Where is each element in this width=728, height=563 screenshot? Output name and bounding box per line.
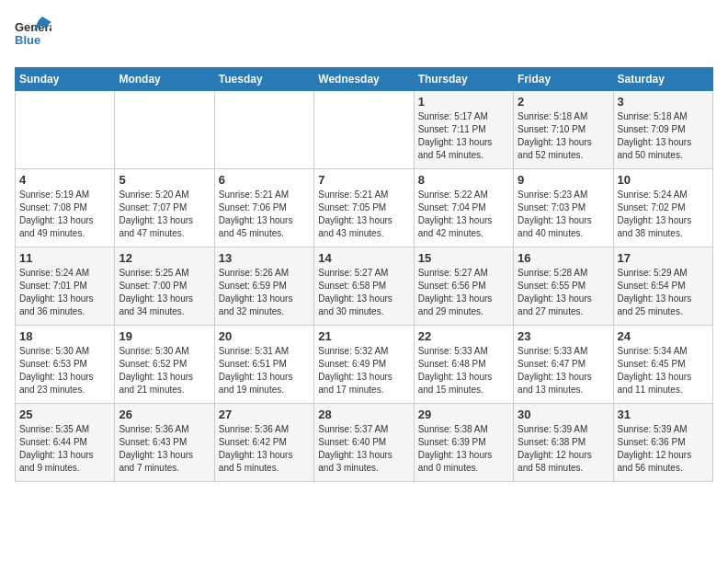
cell-info: and 11 minutes. (618, 384, 709, 396)
day-number: 27 (219, 408, 310, 421)
cell-info: Sunset: 7:02 PM (618, 201, 709, 214)
cell-info: Sunset: 7:09 PM (618, 123, 709, 136)
cell-info: and 9 minutes. (19, 462, 110, 475)
day-number: 14 (318, 251, 409, 265)
cell-info: Daylight: 13 hours (219, 371, 310, 384)
day-number: 28 (318, 408, 409, 421)
calendar-cell: 18Sunrise: 5:30 AMSunset: 6:53 PMDayligh… (16, 326, 115, 404)
day-number: 5 (119, 173, 210, 187)
cell-info: and 13 minutes. (518, 384, 609, 396)
svg-text:Blue: Blue (15, 33, 40, 47)
week-row-1: 1Sunrise: 5:17 AMSunset: 7:11 PMDaylight… (16, 91, 713, 169)
cell-info: Sunset: 7:05 PM (318, 201, 409, 214)
cell-info: Daylight: 13 hours (318, 449, 409, 462)
calendar-cell: 15Sunrise: 5:27 AMSunset: 6:56 PMDayligh… (414, 247, 513, 326)
cell-info: Sunset: 7:01 PM (19, 280, 110, 293)
calendar-cell: 1Sunrise: 5:17 AMSunset: 7:11 PMDaylight… (414, 91, 513, 169)
day-header-friday: Friday (514, 68, 613, 91)
cell-info: Daylight: 13 hours (119, 371, 210, 384)
calendar-cell: 29Sunrise: 5:38 AMSunset: 6:39 PMDayligh… (414, 404, 513, 482)
calendar-cell (314, 91, 414, 169)
cell-info: and 23 minutes. (19, 384, 110, 396)
logo-icon: General Blue (15, 15, 51, 60)
calendar-cell: 20Sunrise: 5:31 AMSunset: 6:51 PMDayligh… (214, 326, 313, 404)
cell-info: and 3 minutes. (318, 462, 409, 475)
day-number: 2 (518, 95, 609, 109)
calendar-cell: 14Sunrise: 5:27 AMSunset: 6:58 PMDayligh… (314, 247, 414, 326)
cell-info: Sunset: 6:42 PM (219, 436, 310, 449)
cell-info: and 17 minutes. (318, 384, 409, 396)
day-number: 25 (19, 408, 110, 421)
cell-info: Daylight: 13 hours (119, 449, 210, 462)
week-row-3: 11Sunrise: 5:24 AMSunset: 7:01 PMDayligh… (16, 247, 713, 326)
cell-info: Sunset: 7:03 PM (518, 201, 609, 214)
cell-info: Sunrise: 5:18 AM (518, 110, 609, 123)
day-header-thursday: Thursday (414, 68, 513, 91)
cell-info: and 40 minutes. (518, 227, 609, 240)
calendar-cell: 28Sunrise: 5:37 AMSunset: 6:40 PMDayligh… (314, 404, 414, 482)
cell-info: and 42 minutes. (418, 227, 509, 240)
calendar-cell: 23Sunrise: 5:33 AMSunset: 6:47 PMDayligh… (514, 326, 613, 404)
week-row-5: 25Sunrise: 5:35 AMSunset: 6:44 PMDayligh… (16, 404, 713, 482)
logo: General Blue (15, 15, 51, 60)
cell-info: Sunset: 7:11 PM (418, 123, 509, 136)
cell-info: Daylight: 13 hours (318, 214, 409, 227)
day-header-tuesday: Tuesday (214, 68, 313, 91)
cell-info: Daylight: 12 hours (618, 449, 709, 462)
calendar-cell: 27Sunrise: 5:36 AMSunset: 6:42 PMDayligh… (214, 404, 313, 482)
calendar-cell: 25Sunrise: 5:35 AMSunset: 6:44 PMDayligh… (16, 404, 115, 482)
cell-info: and 29 minutes. (418, 305, 509, 318)
cell-info: and 19 minutes. (219, 384, 310, 396)
cell-info: Sunset: 7:08 PM (19, 201, 110, 214)
calendar-cell: 16Sunrise: 5:28 AMSunset: 6:55 PMDayligh… (514, 247, 613, 326)
cell-info: and 38 minutes. (618, 227, 709, 240)
calendar-cell: 10Sunrise: 5:24 AMSunset: 7:02 PMDayligh… (613, 169, 712, 247)
calendar-cell: 12Sunrise: 5:25 AMSunset: 7:00 PMDayligh… (115, 247, 214, 326)
day-number: 4 (19, 173, 110, 187)
cell-info: Daylight: 13 hours (618, 293, 709, 305)
week-row-2: 4Sunrise: 5:19 AMSunset: 7:08 PMDaylight… (16, 169, 713, 247)
cell-info: Sunset: 7:06 PM (219, 201, 310, 214)
calendar-cell: 19Sunrise: 5:30 AMSunset: 6:52 PMDayligh… (115, 326, 214, 404)
cell-info: Sunset: 6:53 PM (19, 358, 110, 371)
cell-info: Daylight: 13 hours (418, 214, 509, 227)
cell-info: and 0 minutes. (418, 462, 509, 475)
day-number: 11 (19, 251, 110, 265)
cell-info: Sunrise: 5:38 AM (418, 423, 509, 436)
cell-info: Daylight: 13 hours (418, 371, 509, 384)
cell-info: Daylight: 13 hours (219, 214, 310, 227)
cell-info: and 56 minutes. (618, 462, 709, 475)
cell-info: Sunrise: 5:30 AM (19, 345, 110, 358)
day-number: 6 (219, 173, 310, 187)
calendar-cell: 26Sunrise: 5:36 AMSunset: 6:43 PMDayligh… (115, 404, 214, 482)
cell-info: Sunrise: 5:24 AM (19, 267, 110, 280)
cell-info: Sunrise: 5:31 AM (219, 345, 310, 358)
cell-info: Sunrise: 5:30 AM (119, 345, 210, 358)
day-number: 19 (119, 329, 210, 343)
day-header-sunday: Sunday (16, 68, 115, 91)
day-number: 30 (518, 408, 609, 421)
calendar-cell: 4Sunrise: 5:19 AMSunset: 7:08 PMDaylight… (16, 169, 115, 247)
calendar-cell: 11Sunrise: 5:24 AMSunset: 7:01 PMDayligh… (16, 247, 115, 326)
cell-info: Sunset: 6:36 PM (618, 436, 709, 449)
day-number: 23 (518, 329, 609, 343)
cell-info: Daylight: 13 hours (19, 449, 110, 462)
day-header-wednesday: Wednesday (314, 68, 414, 91)
cell-info: and 7 minutes. (119, 462, 210, 475)
calendar-cell: 22Sunrise: 5:33 AMSunset: 6:48 PMDayligh… (414, 326, 513, 404)
cell-info: Sunset: 7:04 PM (418, 201, 509, 214)
day-number: 13 (219, 251, 310, 265)
calendar-cell (16, 91, 115, 169)
cell-info: Daylight: 13 hours (418, 293, 509, 305)
cell-info: Sunrise: 5:36 AM (219, 423, 310, 436)
day-number: 1 (418, 95, 509, 109)
cell-info: Sunrise: 5:33 AM (418, 345, 509, 358)
cell-info: Daylight: 13 hours (19, 371, 110, 384)
cell-info: Sunrise: 5:20 AM (119, 189, 210, 201)
calendar-cell: 7Sunrise: 5:21 AMSunset: 7:05 PMDaylight… (314, 169, 414, 247)
cell-info: and 52 minutes. (518, 149, 609, 162)
cell-info: Sunrise: 5:23 AM (518, 189, 609, 201)
cell-info: Sunrise: 5:33 AM (518, 345, 609, 358)
cell-info: and 54 minutes. (418, 149, 509, 162)
day-header-saturday: Saturday (613, 68, 712, 91)
